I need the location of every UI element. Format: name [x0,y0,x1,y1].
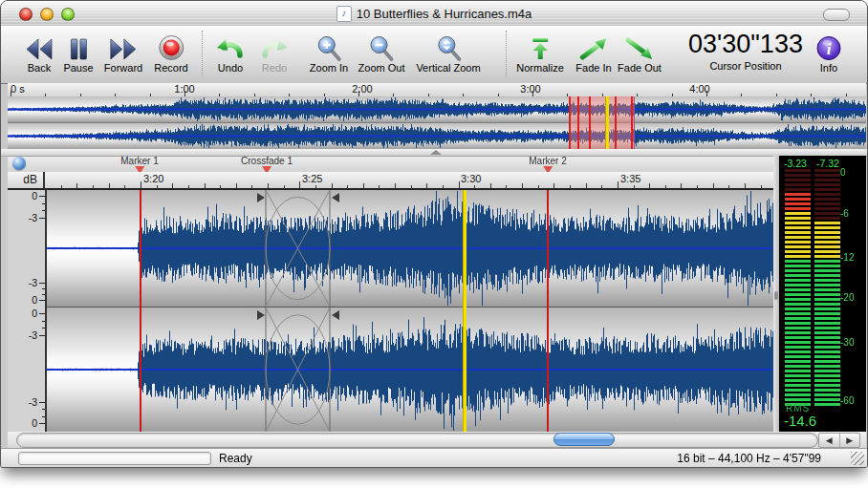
normalize-icon [516,30,564,61]
meter-segment [785,365,811,368]
fade-in-button[interactable]: Fade In [575,30,611,74]
meter-segment [785,202,811,205]
overview-playhead-cursor [605,96,609,149]
progress-indicator [18,452,211,465]
horizontal-scrollbar[interactable]: ◀ ▶ [8,432,866,448]
resize-grip[interactable] [851,452,864,465]
marker-line[interactable] [547,190,549,432]
meter-segment [814,379,840,382]
zoom-out-button[interactable]: Zoom Out [358,30,405,74]
marker-strip[interactable]: Marker 1Crossfade 1Marker 2 [8,156,773,173]
db-scale-tick [39,423,45,424]
meter-segment [814,293,840,296]
waveform-channel-left[interactable] [47,190,773,307]
editor-ruler-tick [332,183,333,188]
meter-segment [785,370,811,372]
editor-ruler-label: 3:35 [620,173,640,184]
editor-time-ruler[interactable]: 3:203:253:303:35 [47,172,773,188]
overview-waveform-left[interactable] [8,96,866,122]
cursor-position-value: 03'30"133 [688,28,803,60]
fade-out-button[interactable]: Fade Out [618,30,662,74]
pause-button[interactable]: Pause [63,30,93,74]
meter-segment [785,269,811,272]
redo-button: Redo [259,30,290,74]
overview-time-ruler[interactable]: 0 s1:002:003:004:00 [8,83,866,97]
editor-ruler-tick [347,185,348,188]
editor-ruler-tick [459,181,460,188]
crossfade-left-handle-icon[interactable] [257,193,265,202]
waveform-edit-area[interactable] [47,190,773,432]
crossfade-left-handle-icon[interactable] [257,310,265,320]
overview-waveform[interactable] [8,96,866,150]
db-scale-tick [39,335,45,336]
crossfade-right-handle-icon[interactable] [332,193,339,202]
fade-in-icon [575,30,611,61]
overview-marker-line [631,96,633,149]
waveform-channel-right[interactable] [47,308,773,432]
info-button[interactable]: i Info [816,30,842,74]
level-meter-left [785,169,811,408]
meter-segment [814,355,840,358]
meter-segment [814,188,840,191]
info-icon: i [816,30,842,61]
meter-segment [785,293,811,296]
editor-ruler-tick [172,183,173,188]
scrollbar-thumb[interactable] [553,433,615,446]
meter-segment [814,403,840,406]
meter-segment [785,274,811,277]
meter-segment [814,174,840,177]
db-scale-tick [42,294,45,295]
overview-waveform-right[interactable] [8,123,866,149]
db-scale-column: 0-3-300-3-30 [8,190,47,432]
overview-marker-line [615,96,617,149]
pause-icon [63,30,93,61]
forward-icon [104,30,142,61]
vertical-zoom-button[interactable]: Vertical Zoom [416,30,480,74]
meter-segment [814,217,840,220]
toolbar-toggle-button[interactable] [823,9,850,21]
back-icon [25,30,54,61]
back-button[interactable]: Back [25,30,54,74]
meter-segment [785,284,811,286]
meter-segment [785,198,811,201]
marker-label: Crossfade 1 [241,157,293,166]
meter-segment [785,241,811,244]
marker-line[interactable] [140,190,141,432]
meter-segment [785,179,811,181]
db-scale-tick [39,313,45,314]
meter-segment [785,393,811,396]
toolbar: Back Pause Forward Record [1,26,867,84]
scroll-right-button[interactable]: ▶ [840,434,860,447]
playhead-cursor[interactable] [463,190,467,432]
meter-segment [814,169,840,172]
editor-ruler-tick [379,185,380,188]
meter-segment [814,265,840,267]
zoom-in-button[interactable]: Zoom In [310,30,348,74]
meter-segment [785,322,811,325]
record-button[interactable]: Record [154,30,187,74]
editor-ruler-tick [490,183,491,188]
editor-ruler-tick [728,185,729,188]
meter-segment [785,379,811,382]
undo-button[interactable]: Undo [215,30,246,74]
meter-segment [814,226,840,229]
scroll-left-button[interactable]: ◀ [819,434,840,447]
editor-ruler-tick [268,183,269,188]
db-scale-value: -3 [29,212,37,223]
svg-text:i: i [827,40,832,58]
db-scale-tick [42,321,45,322]
normalize-button[interactable]: Normalize [516,30,564,74]
editor-ruler-tick [109,183,110,188]
editor-ruler-tick [443,185,444,188]
meter-segment [814,327,840,329]
forward-button[interactable]: Forward [104,30,142,74]
meter-segment [814,322,840,325]
meter-segment [814,179,840,181]
editor-ruler-tick [586,183,587,188]
title-bar[interactable]: ♪ 10 Butterflies & Hurricanes.m4a [1,1,867,27]
scrollbar-track[interactable] [16,433,818,448]
editor-ruler-tick [506,185,507,188]
crossfade-right-handle-icon[interactable] [332,310,339,320]
editor-ruler-tick [284,185,285,188]
meter-segment [785,308,811,310]
